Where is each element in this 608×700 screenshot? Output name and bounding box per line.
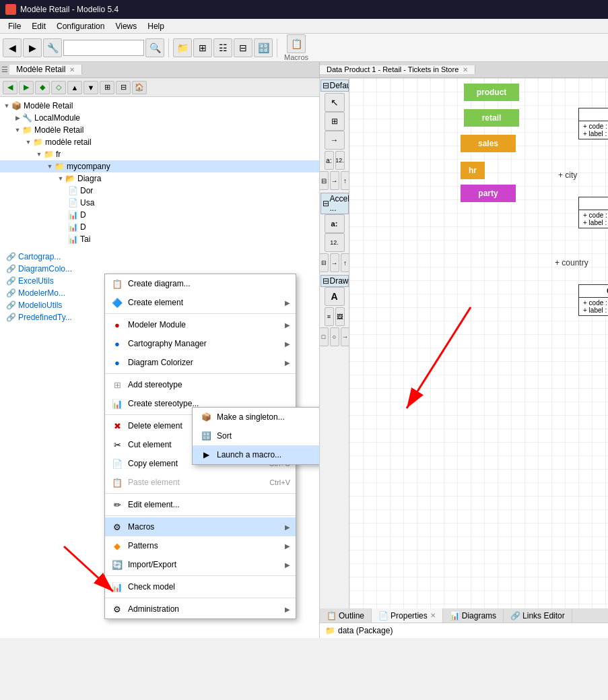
palette-text[interactable]: ≡ <box>325 307 334 326</box>
tree-item-usa[interactable]: 📄 Usa <box>0 197 319 209</box>
diagram-canvas[interactable]: product retail sales hr party <box>349 78 608 608</box>
btn-p5[interactable]: 🔡 <box>254 38 273 57</box>
tree-item-fr[interactable]: ▼ 📁 fr <box>0 148 319 160</box>
palette-element[interactable]: ⊞ <box>325 112 345 131</box>
tree-item-dor[interactable]: 📄 Dor <box>0 185 319 197</box>
palette-row3-u[interactable]: ↑ <box>341 253 350 272</box>
modeler-module-icon: ● <box>110 318 124 331</box>
tab-data-product[interactable]: Data Product 1 - Retail - Tickets in Sto… <box>320 65 475 74</box>
menu-views[interactable]: Views <box>110 20 142 32</box>
ctx-create-element[interactable]: 🔷 Create element ▶ <box>105 293 296 312</box>
tree-item-mycompany[interactable]: ▼ 📁 mycompany <box>0 160 319 172</box>
menu-help[interactable]: Help <box>142 20 170 32</box>
ctx-macros[interactable]: ⚙ Macros ▶ <box>105 517 296 536</box>
palette-drawings-A[interactable]: A <box>325 287 345 306</box>
btn-p2[interactable]: ⊞ <box>193 38 212 57</box>
btn-p1[interactable]: 📁 <box>173 38 192 57</box>
palette-rect[interactable]: □ <box>320 327 329 346</box>
tree-item-d1[interactable]: 📊 D <box>0 209 319 221</box>
tree-item-localmodule[interactable]: ▶ 🔧 LocalModule <box>0 112 319 124</box>
label-party: party <box>461 185 516 202</box>
palette-image[interactable]: 🖼 <box>335 307 345 326</box>
uml-country[interactable]: Country + code : string + label : string <box>578 284 608 316</box>
palette-default-header[interactable]: ⊟ Default ⟳ <box>320 79 349 92</box>
btn-nav-diamond[interactable]: ◇ <box>51 81 66 94</box>
palette-arrow[interactable]: → <box>325 131 345 150</box>
arrow-import-export: ▶ <box>285 561 290 569</box>
palette-table[interactable]: ⊟ <box>320 171 329 190</box>
label-retail: retail <box>464 109 519 127</box>
tab-modele-retail[interactable]: Modèle Retail ✕ <box>9 65 82 75</box>
bottom-tabs-bar: 📋 Outline 📄 Properties ✕ 📊 Diagrams 🔗 Li… <box>320 608 608 623</box>
btn-nav-green-back[interactable]: ◀ <box>3 81 18 94</box>
bottom-tab-properties-close[interactable]: ✕ <box>430 612 436 619</box>
palette-arrow2[interactable]: → <box>341 327 350 346</box>
palette-pointer[interactable]: ↖ <box>325 93 345 112</box>
tree-item-d2[interactable]: 📊 D <box>0 221 319 233</box>
ctx-import-export[interactable]: 🔄 Import/Export ▶ <box>105 555 296 574</box>
tree-item-modele-retail-root[interactable]: ▼ 📦 Modèle Retail <box>0 100 319 112</box>
uml-store[interactable]: Store + code : string + label : string <box>578 108 608 139</box>
btn-nav-home[interactable]: ◆ <box>35 81 50 94</box>
submenu-launch-macro[interactable]: ▶ Launch a macro... <box>193 445 320 464</box>
arrow-patterns: ▶ <box>285 542 290 550</box>
ctx-add-stereotype[interactable]: ⊞ Add stereotype <box>105 375 296 394</box>
palette-num[interactable]: 12. <box>335 151 345 170</box>
btn-nav-green-forward[interactable]: ▶ <box>19 81 34 94</box>
menu-file[interactable]: File <box>3 20 26 32</box>
palette-acceliance-a[interactable]: a: <box>325 214 345 233</box>
diagram-area[interactable]: ⊟ Default ⟳ ↖ ⊞ → a: 12. ⊟ → ↑ <box>320 78 608 608</box>
tree-item-modele-retail-folder[interactable]: ▼ 📁 modèle retail <box>0 136 319 148</box>
tab-close-right[interactable]: ✕ <box>463 66 468 73</box>
tree-item-cartography[interactable]: 🔗 Cartograp... <box>0 251 319 263</box>
palette-up[interactable]: ↑ <box>341 171 350 190</box>
submenu-sort[interactable]: 🔠 Sort <box>193 426 320 445</box>
bottom-tab-outline[interactable]: 📋 Outline <box>320 608 372 623</box>
ctx-cartography-manager[interactable]: ● Cartography Manager ▶ <box>105 334 296 353</box>
edit-icon: ✏ <box>110 498 124 511</box>
btn-search[interactable]: 🔍 <box>145 38 164 57</box>
btn-nav-house[interactable]: 🏠 <box>132 81 147 94</box>
palette-a[interactable]: a: <box>325 151 334 170</box>
btn-forward[interactable]: ▶ <box>23 38 42 57</box>
tree-item-tar[interactable]: 📊 Tai <box>0 233 319 245</box>
palette-row3-t[interactable]: ⊟ <box>320 253 329 272</box>
ctx-paste-element[interactable]: 📋 Paste element Ctrl+V <box>105 473 296 492</box>
palette-acceliance-header[interactable]: ⊟ Acceliance ... ⟳ <box>320 193 349 214</box>
ctx-modeler-module[interactable]: ● Modeler Module ▶ <box>105 315 296 334</box>
ctx-create-diagram[interactable]: 📋 Create diagram... <box>105 274 296 293</box>
menubar: File Edit Configuration Views Help <box>0 19 608 34</box>
palette-row3-l[interactable]: → <box>330 253 339 272</box>
btn-nav-collapse[interactable]: ⊟ <box>116 81 131 94</box>
left-panel-nav[interactable]: ☰ <box>0 65 9 74</box>
palette-ellipse[interactable]: ○ <box>330 327 339 346</box>
btn-nav-down[interactable]: ▼ <box>83 81 98 94</box>
bottom-tab-diagrams[interactable]: 📊 Diagrams <box>443 608 504 623</box>
btn-nav-up[interactable]: ▲ <box>67 81 82 94</box>
ctx-check-model[interactable]: 📊 Check model <box>105 577 296 596</box>
menu-configuration[interactable]: Configuration <box>51 20 110 32</box>
search-input[interactable] <box>63 40 144 56</box>
btn-tools[interactable]: 🔧 <box>43 38 62 57</box>
ctx-edit-element[interactable]: ✏ Edit element... <box>105 495 296 514</box>
ctx-diagram-colorizer[interactable]: ● Diagram Colorizer ▶ <box>105 353 296 372</box>
tab-close-left[interactable]: ✕ <box>69 66 75 73</box>
ctx-administration[interactable]: ⚙ Administration ▶ <box>105 600 296 618</box>
tree-item-diagra[interactable]: ▼ 📂 Diagra <box>0 172 319 185</box>
btn-nav-expand[interactable]: ⊞ <box>100 81 114 94</box>
arrow-modeler: ▶ <box>285 321 290 329</box>
bottom-tab-properties[interactable]: 📄 Properties ✕ <box>372 608 443 623</box>
tree-item-modele-retail-sub[interactable]: ▼ 📁 Modèle Retail <box>0 124 319 136</box>
palette-link[interactable]: → <box>330 171 339 190</box>
ctx-patterns[interactable]: ◆ Patterns ▶ <box>105 536 296 555</box>
btn-m1[interactable]: 📋 <box>287 34 306 53</box>
palette-drawings-header[interactable]: ⊟ Drawings ⟳ <box>320 275 349 287</box>
palette-acceliance-num[interactable]: 12. <box>325 233 345 252</box>
btn-back[interactable]: ◀ <box>3 38 22 57</box>
bottom-tab-links-editor[interactable]: 🔗 Links Editor <box>504 608 572 623</box>
btn-p3[interactable]: ☷ <box>213 38 232 57</box>
uml-city[interactable]: City + code : string + label : string <box>578 197 608 228</box>
btn-p4[interactable]: ⊟ <box>234 38 252 57</box>
submenu-make-singleton[interactable]: 📦 Make a singleton... <box>193 408 320 426</box>
menu-edit[interactable]: Edit <box>26 20 51 32</box>
